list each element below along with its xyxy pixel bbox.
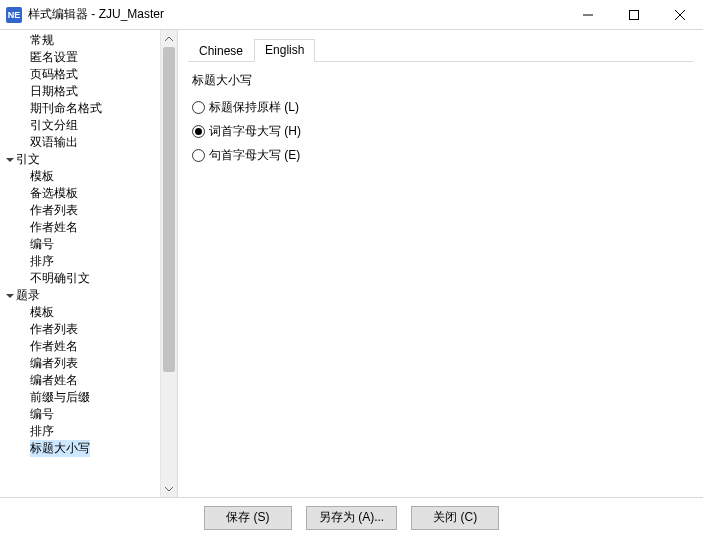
radio-icon[interactable] [192, 125, 205, 138]
tree-item-label: 备选模板 [30, 185, 78, 202]
tree-item[interactable]: 前缀与后缀 [0, 389, 160, 406]
tree-item-label: 编者列表 [30, 355, 78, 372]
tab-chinese[interactable]: Chinese [188, 40, 254, 62]
footer: 保存 (S) 另存为 (A)... 关闭 (C) [0, 497, 703, 537]
radio-option[interactable]: 句首字母大写 (E) [192, 143, 689, 167]
tabstrip: Chinese English [188, 38, 693, 62]
tree-item[interactable]: 编者姓名 [0, 372, 160, 389]
tree-item-label: 期刊命名格式 [30, 100, 102, 117]
chevron-down-icon[interactable] [4, 292, 16, 300]
tree-item[interactable]: 不明确引文 [0, 270, 160, 287]
vertical-scrollbar[interactable] [160, 30, 177, 497]
tree-item[interactable]: 期刊命名格式 [0, 100, 160, 117]
tree-item-label: 编者姓名 [30, 372, 78, 389]
titlebar: NE 样式编辑器 - ZJU_Master [0, 0, 703, 30]
tree-item[interactable]: 排序 [0, 253, 160, 270]
radio-icon[interactable] [192, 149, 205, 162]
tree-item-label: 前缀与后缀 [30, 389, 90, 406]
tree-item-label: 作者姓名 [30, 338, 78, 355]
scroll-down-arrow[interactable] [161, 480, 177, 497]
tree[interactable]: 常规匿名设置页码格式日期格式期刊命名格式引文分组双语输出引文模板备选模板作者列表… [0, 30, 160, 497]
tree-item-label: 引文 [16, 151, 40, 168]
tree-item-label: 作者姓名 [30, 219, 78, 236]
tree-item-label: 页码格式 [30, 66, 78, 83]
tree-item[interactable]: 模板 [0, 168, 160, 185]
main: 常规匿名设置页码格式日期格式期刊命名格式引文分组双语输出引文模板备选模板作者列表… [0, 30, 703, 497]
tree-item-label: 不明确引文 [30, 270, 90, 287]
tree-item[interactable]: 题录 [0, 287, 160, 304]
app-icon: NE [6, 7, 22, 23]
tabpanel-english: 标题大小写 标题保持原样 (L)词首字母大写 (H)句首字母大写 (E) [188, 62, 693, 177]
tree-item-label: 题录 [16, 287, 40, 304]
save-button[interactable]: 保存 (S) [204, 506, 292, 530]
window-title: 样式编辑器 - ZJU_Master [28, 6, 565, 23]
tree-item-label: 常规 [30, 32, 54, 49]
tree-item[interactable]: 作者姓名 [0, 338, 160, 355]
scroll-up-arrow[interactable] [161, 30, 177, 47]
tree-panel: 常规匿名设置页码格式日期格式期刊命名格式引文分组双语输出引文模板备选模板作者列表… [0, 30, 178, 497]
radio-option[interactable]: 标题保持原样 (L) [192, 95, 689, 119]
save-as-button[interactable]: 另存为 (A)... [306, 506, 397, 530]
minimize-button[interactable] [565, 0, 611, 30]
tree-item-label: 模板 [30, 304, 54, 321]
close-window-button[interactable] [657, 0, 703, 30]
tree-item[interactable]: 作者列表 [0, 321, 160, 338]
tree-item-label: 排序 [30, 253, 54, 270]
tree-item[interactable]: 匿名设置 [0, 49, 160, 66]
tree-item[interactable]: 常规 [0, 32, 160, 49]
tree-item-label: 作者列表 [30, 321, 78, 338]
tree-item-label: 引文分组 [30, 117, 78, 134]
tree-item[interactable]: 日期格式 [0, 83, 160, 100]
tree-item-label: 匿名设置 [30, 49, 78, 66]
radio-label: 句首字母大写 (E) [209, 147, 300, 164]
tree-item[interactable]: 作者列表 [0, 202, 160, 219]
radio-label: 词首字母大写 (H) [209, 123, 301, 140]
tree-item[interactable]: 编者列表 [0, 355, 160, 372]
radio-icon[interactable] [192, 101, 205, 114]
tree-item[interactable]: 作者姓名 [0, 219, 160, 236]
tree-item[interactable]: 编号 [0, 406, 160, 423]
tree-item[interactable]: 引文 [0, 151, 160, 168]
group-title: 标题大小写 [192, 72, 689, 89]
tree-item-label: 标题大小写 [30, 440, 90, 457]
tree-item-label: 排序 [30, 423, 54, 440]
radio-option[interactable]: 词首字母大写 (H) [192, 119, 689, 143]
tree-item-label: 模板 [30, 168, 54, 185]
tree-item-label: 双语输出 [30, 134, 78, 151]
tree-item[interactable]: 双语输出 [0, 134, 160, 151]
tab-english[interactable]: English [254, 39, 315, 62]
scrollbar-thumb[interactable] [163, 47, 175, 372]
tree-item-label: 日期格式 [30, 83, 78, 100]
tree-item-label: 作者列表 [30, 202, 78, 219]
content-panel: Chinese English 标题大小写 标题保持原样 (L)词首字母大写 (… [178, 30, 703, 497]
tree-item[interactable]: 模板 [0, 304, 160, 321]
chevron-down-icon[interactable] [4, 156, 16, 164]
tree-item[interactable]: 标题大小写 [0, 440, 160, 457]
tree-item[interactable]: 编号 [0, 236, 160, 253]
tree-item[interactable]: 备选模板 [0, 185, 160, 202]
scrollbar-track[interactable] [161, 47, 177, 480]
tree-item[interactable]: 引文分组 [0, 117, 160, 134]
tree-item-label: 编号 [30, 236, 54, 253]
tree-item-label: 编号 [30, 406, 54, 423]
tree-item[interactable]: 排序 [0, 423, 160, 440]
radio-label: 标题保持原样 (L) [209, 99, 299, 116]
svg-rect-1 [630, 10, 639, 19]
maximize-button[interactable] [611, 0, 657, 30]
close-button[interactable]: 关闭 (C) [411, 506, 499, 530]
tree-item[interactable]: 页码格式 [0, 66, 160, 83]
